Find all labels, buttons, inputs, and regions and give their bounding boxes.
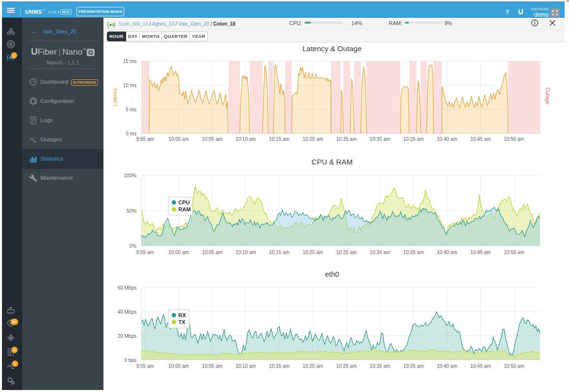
svg-text:10:35 am: 10:35 am [403, 136, 424, 142]
svg-text:10:10 am: 10:10 am [235, 250, 256, 255]
svg-text:10:45 am: 10:45 am [470, 363, 491, 369]
svg-text:0 bps: 0 bps [125, 358, 136, 363]
svg-text:10:35 am: 10:35 am [403, 363, 424, 369]
svg-text:9:55 am: 9:55 am [136, 250, 154, 255]
svg-text:9:55 am: 9:55 am [136, 363, 154, 369]
svg-text:10:20 am: 10:20 am [302, 136, 323, 142]
svg-text:20 Mbps: 20 Mbps [118, 333, 136, 339]
svg-text:eth0: eth0 [325, 270, 339, 278]
svg-text:10:45 am: 10:45 am [470, 136, 491, 142]
svg-text:10:30 am: 10:30 am [369, 363, 390, 369]
svg-text:10:35 am: 10:35 am [403, 250, 424, 255]
svg-text:10:40 am: 10:40 am [437, 363, 458, 369]
svg-text:10:25 am: 10:25 am [336, 250, 357, 255]
svg-text:10:30 am: 10:30 am [369, 250, 390, 255]
svg-text:10:00 am: 10:00 am [168, 136, 189, 142]
svg-text:10:50 am: 10:50 am [504, 250, 525, 255]
svg-text:5 ms: 5 ms [126, 107, 136, 112]
svg-text:10:50 am: 10:50 am [504, 136, 525, 142]
svg-text:10:45 am: 10:45 am [470, 250, 491, 255]
svg-text:10:00 am: 10:00 am [168, 363, 189, 369]
svg-text:10:30 am: 10:30 am [369, 136, 390, 142]
svg-text:0%: 0% [130, 243, 137, 249]
svg-text:9:55 am: 9:55 am [136, 136, 154, 142]
svg-text:10 ms: 10 ms [123, 83, 136, 88]
svg-text:10:25 am: 10:25 am [336, 363, 357, 369]
svg-text:CPU & RAM: CPU & RAM [311, 158, 352, 166]
svg-text:10:05 am: 10:05 am [202, 250, 223, 255]
svg-text:10:40 am: 10:40 am [437, 250, 458, 255]
svg-text:Latency & Outage: Latency & Outage [302, 44, 362, 53]
svg-text:10:15 am: 10:15 am [269, 363, 290, 369]
svg-text:15 ms: 15 ms [123, 59, 136, 64]
svg-text:RAM: RAM [178, 206, 191, 212]
svg-text:0 ms: 0 ms [126, 131, 136, 136]
svg-text:Latency: Latency [112, 88, 118, 106]
svg-text:RX: RX [178, 312, 186, 318]
svg-text:10:00 am: 10:00 am [168, 250, 189, 255]
svg-text:10:40 am: 10:40 am [437, 136, 458, 142]
svg-text:TX: TX [178, 319, 186, 325]
svg-text:10:20 am: 10:20 am [302, 363, 323, 369]
svg-text:10:15 am: 10:15 am [269, 250, 290, 255]
svg-text:CPU: CPU [178, 199, 190, 205]
svg-text:10:50 am: 10:50 am [504, 363, 525, 369]
svg-text:10:25 am: 10:25 am [336, 136, 357, 142]
svg-text:10:20 am: 10:20 am [302, 250, 323, 255]
svg-text:10:05 am: 10:05 am [202, 136, 223, 142]
svg-text:40 Mbps: 40 Mbps [118, 309, 136, 315]
svg-text:10:10 am: 10:10 am [235, 363, 256, 369]
svg-text:10:15 am: 10:15 am [269, 136, 290, 142]
svg-text:100%: 100% [124, 173, 136, 178]
svg-text:Outage: Outage [545, 88, 551, 105]
svg-text:10:05 am: 10:05 am [202, 363, 223, 369]
svg-text:10:10 am: 10:10 am [235, 136, 256, 142]
svg-text:60 Mbps: 60 Mbps [118, 285, 136, 291]
svg-text:50%: 50% [127, 208, 136, 214]
